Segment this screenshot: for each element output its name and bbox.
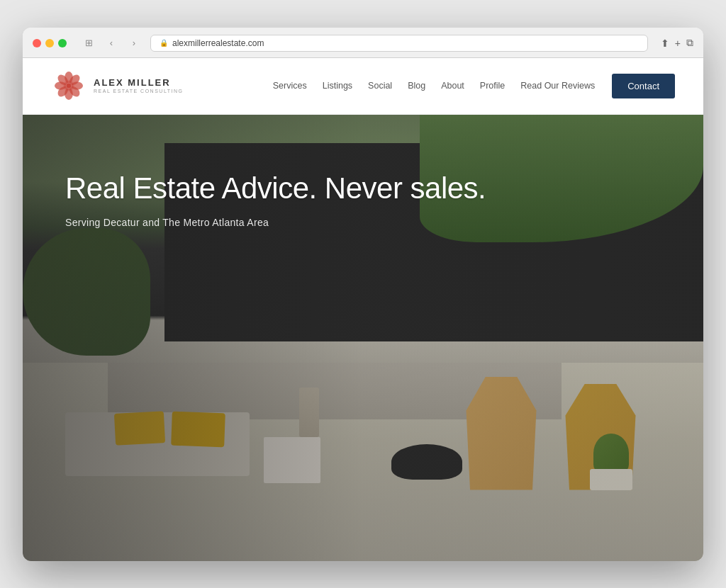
logo-name: ALEX MILLER (94, 77, 183, 89)
hero-subtitle: Serving Decatur and The Metro Atlanta Ar… (65, 217, 661, 228)
back-button[interactable]: ‹ (102, 36, 121, 50)
close-button[interactable] (33, 39, 41, 47)
tab-overview-icon[interactable]: ⧉ (686, 37, 693, 49)
traffic-lights (33, 39, 67, 47)
url-text: alexmillerrealestate.com (172, 38, 264, 48)
logo-text: ALEX MILLER REAL ESTATE CONSULTING (94, 77, 183, 94)
logo-subtitle: REAL ESTATE CONSULTING (94, 89, 183, 94)
browser-chrome: ⊞ ‹ › 🔒 alexmillerrealestate.com ⬆ + ⧉ (23, 28, 703, 58)
nav-social[interactable]: Social (362, 77, 398, 95)
logo-icon (51, 68, 86, 103)
svg-point-10 (67, 84, 72, 89)
nav-services[interactable]: Services (267, 77, 313, 95)
browser-window: ⊞ ‹ › 🔒 alexmillerrealestate.com ⬆ + ⧉ (23, 28, 703, 561)
site-nav: Services Listings Social Blog About Prof… (267, 74, 675, 98)
address-bar[interactable]: 🔒 alexmillerrealestate.com (150, 35, 648, 52)
share-icon[interactable]: ⬆ (661, 38, 669, 49)
hero-content: Real Estate Advice. Never sales. Serving… (23, 115, 703, 561)
nav-listings[interactable]: Listings (317, 77, 358, 95)
sidebar-toggle-icon[interactable]: ⊞ (79, 36, 98, 50)
hero-section: Real Estate Advice. Never sales. Serving… (23, 115, 703, 561)
logo-area: ALEX MILLER REAL ESTATE CONSULTING (51, 68, 183, 103)
nav-profile[interactable]: Profile (474, 77, 510, 95)
new-tab-icon[interactable]: + (675, 38, 681, 49)
site-header: ALEX MILLER REAL ESTATE CONSULTING Servi… (23, 58, 703, 115)
hero-title: Real Estate Advice. Never sales. (65, 171, 661, 205)
nav-about[interactable]: About (435, 77, 470, 95)
contact-button[interactable]: Contact (612, 74, 675, 98)
website-content: ALEX MILLER REAL ESTATE CONSULTING Servi… (23, 58, 703, 561)
nav-blog[interactable]: Blog (402, 77, 431, 95)
minimize-button[interactable] (45, 39, 54, 47)
maximize-button[interactable] (58, 39, 67, 47)
browser-controls: ⊞ ‹ › (79, 36, 143, 50)
lock-icon: 🔒 (160, 39, 168, 47)
browser-actions: ⬆ + ⧉ (661, 37, 693, 49)
forward-button[interactable]: › (125, 36, 143, 50)
nav-reviews[interactable]: Read Our Reviews (515, 77, 601, 95)
